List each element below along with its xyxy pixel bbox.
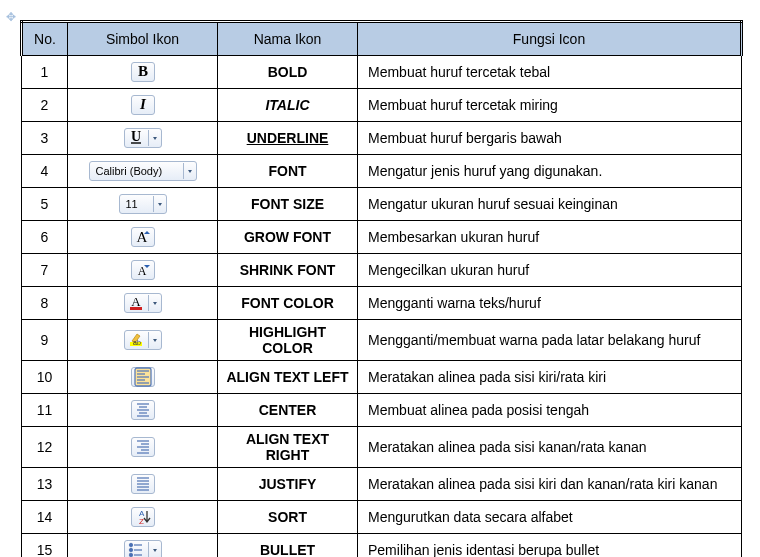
italic-icon — [135, 96, 151, 114]
align-right-button[interactable] — [131, 437, 155, 457]
header-symbol: Simbol Ikon — [68, 22, 218, 56]
row-name: SORT — [218, 501, 358, 534]
row-symbol — [68, 361, 218, 394]
row-no: 3 — [22, 122, 68, 155]
font-color-icon — [128, 294, 144, 312]
sort-button[interactable] — [131, 507, 155, 527]
bold-icon — [135, 63, 151, 81]
row-no: 13 — [22, 468, 68, 501]
align-center-icon — [135, 401, 151, 419]
row-func: Membuat alinea pada posisi tengah — [358, 394, 742, 427]
row-symbol — [68, 534, 218, 558]
row-name: GROW FONT — [218, 221, 358, 254]
row-func: Membuat huruf tercetak tebal — [358, 56, 742, 89]
row-symbol — [68, 394, 218, 427]
row-name: FONT COLOR — [218, 287, 358, 320]
table-row: 511FONT SIZEMengatur ukuran huruf sesuai… — [22, 188, 742, 221]
grow-font-icon — [135, 228, 151, 246]
row-no: 9 — [22, 320, 68, 361]
row-name: BULLET — [218, 534, 358, 558]
bullet-button[interactable] — [124, 540, 162, 557]
row-no: 15 — [22, 534, 68, 558]
row-name: CENTER — [218, 394, 358, 427]
table-row: 2ITALICMembuat huruf tercetak miring — [22, 89, 742, 122]
table-row: 10ALIGN TEXT LEFTMeratakan alinea pada s… — [22, 361, 742, 394]
underline-button[interactable] — [124, 128, 162, 148]
row-no: 14 — [22, 501, 68, 534]
row-symbol — [68, 468, 218, 501]
shrink-font-icon — [135, 261, 151, 279]
row-symbol — [68, 221, 218, 254]
highlight-icon — [128, 331, 144, 349]
row-name: UNDERLINE — [218, 122, 358, 155]
dropdown-arrow-icon — [148, 542, 161, 557]
row-func: Mengganti warna teks/huruf — [358, 287, 742, 320]
dropdown-arrow-icon — [148, 295, 161, 311]
row-no: 7 — [22, 254, 68, 287]
align-left-icon — [135, 368, 151, 386]
row-func: Mengganti/membuat warna pada latar belak… — [358, 320, 742, 361]
header-row: No. Simbol Ikon Nama Ikon Fungsi Icon — [22, 22, 742, 56]
row-func: Mengurutkan data secara alfabet — [358, 501, 742, 534]
table-row: 8FONT COLORMengganti warna teks/huruf — [22, 287, 742, 320]
row-name: ITALIC — [218, 89, 358, 122]
table-row: 6GROW FONTMembesarkan ukuran huruf — [22, 221, 742, 254]
bold-button[interactable] — [131, 62, 155, 82]
grow-font-button[interactable] — [131, 227, 155, 247]
row-func: Membesarkan ukuran huruf — [358, 221, 742, 254]
font-size-combo[interactable]: 11 — [119, 194, 167, 214]
table-row: 1BOLDMembuat huruf tercetak tebal — [22, 56, 742, 89]
italic-button[interactable] — [131, 95, 155, 115]
row-symbol — [68, 501, 218, 534]
row-no: 8 — [22, 287, 68, 320]
row-no: 11 — [22, 394, 68, 427]
row-no: 12 — [22, 427, 68, 468]
row-func: Mengatur ukuran huruf sesuai keinginan — [358, 188, 742, 221]
font-combo-value: Calibri (Body) — [96, 165, 163, 177]
table-row: 12ALIGN TEXT RIGHTMeratakan alinea pada … — [22, 427, 742, 468]
dropdown-arrow-icon — [153, 196, 166, 212]
justify-button[interactable] — [131, 474, 155, 494]
table-row: 3UNDERLINEMembuat huruf bergaris bawah — [22, 122, 742, 155]
row-func: Mengecilkan ukuran huruf — [358, 254, 742, 287]
table-row: 13JUSTIFYMeratakan alinea pada sisi kiri… — [22, 468, 742, 501]
row-func: Mengatur jenis huruf yang digunakan. — [358, 155, 742, 188]
row-name: HIGHLIGHT COLOR — [218, 320, 358, 361]
underline-icon — [128, 129, 144, 147]
highlight-button[interactable] — [124, 330, 162, 350]
row-symbol — [68, 122, 218, 155]
row-symbol — [68, 56, 218, 89]
row-no: 1 — [22, 56, 68, 89]
row-no: 4 — [22, 155, 68, 188]
row-name: FONT — [218, 155, 358, 188]
row-func: Membuat huruf bergaris bawah — [358, 122, 742, 155]
row-name: FONT SIZE — [218, 188, 358, 221]
row-no: 10 — [22, 361, 68, 394]
row-symbol — [68, 320, 218, 361]
row-symbol: 11 — [68, 188, 218, 221]
row-symbol — [68, 254, 218, 287]
table-row: 7SHRINK FONTMengecilkan ukuran huruf — [22, 254, 742, 287]
row-no: 2 — [22, 89, 68, 122]
row-no: 5 — [22, 188, 68, 221]
dropdown-arrow-icon — [148, 130, 161, 146]
sort-icon — [135, 508, 151, 526]
row-name: BOLD — [218, 56, 358, 89]
table-row: 15BULLETPemilihan jenis identasi berupa … — [22, 534, 742, 558]
table-row: 11CENTERMembuat alinea pada posisi tenga… — [22, 394, 742, 427]
align-center-button[interactable] — [131, 400, 155, 420]
row-no: 6 — [22, 221, 68, 254]
font-combo[interactable]: Calibri (Body) — [89, 161, 197, 181]
table-anchor-icon: ✥ — [6, 10, 16, 24]
table-row: 9HIGHLIGHT COLORMengganti/membuat warna … — [22, 320, 742, 361]
row-func: Pemilihan jenis identasi berupa bullet — [358, 534, 742, 558]
row-name: SHRINK FONT — [218, 254, 358, 287]
shrink-font-button[interactable] — [131, 260, 155, 280]
font-color-button[interactable] — [124, 293, 162, 313]
header-name: Nama Ikon — [218, 22, 358, 56]
row-name: ALIGN TEXT LEFT — [218, 361, 358, 394]
dropdown-arrow-icon — [148, 332, 161, 348]
row-symbol — [68, 89, 218, 122]
row-func: Meratakan alinea pada sisi kiri dan kana… — [358, 468, 742, 501]
align-left-button[interactable] — [131, 367, 155, 387]
